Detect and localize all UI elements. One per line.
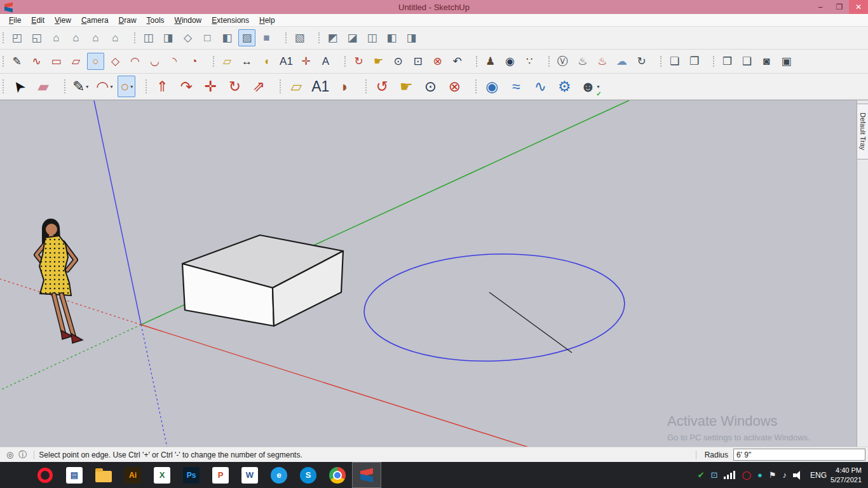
zoom-tool-icon[interactable]: ⊙ [419,76,441,97]
antivirus-status-icon[interactable]: ✔ [698,471,705,479]
vray-render-icon[interactable]: ♨ [593,53,611,70]
freehand-tool-icon[interactable]: ∿ [28,53,45,70]
arc-tool-icon[interactable]: ◠ [126,53,144,70]
viewport[interactable]: Activate Windows Go to PC settings to ac… [0,100,868,447]
sketchup-taskbar-icon[interactable] [352,462,381,488]
view-top-icon[interactable]: ◱ [28,29,45,46]
skype-icon[interactable]: S [294,462,323,488]
scale-figure[interactable] [36,219,83,343]
rotated-rectangle-tool-icon[interactable]: ▱ [67,53,85,70]
vray-frame-buffer-icon[interactable]: ❏ [666,53,683,70]
soften-edges-icon[interactable]: ≈ [505,76,527,97]
audio-device-tray-icon[interactable]: ♪ [783,471,787,479]
protractor-icon[interactable]: ◖ [258,53,275,70]
powerpoint-icon[interactable]: P [206,462,235,488]
section-display-planes-icon[interactable]: ◪ [344,29,361,46]
illustrator-icon[interactable]: Ai [118,462,147,488]
position-camera-icon[interactable]: ♟ [482,53,499,70]
3d-warehouse-icon[interactable]: ◉ [481,76,503,97]
menu-window[interactable]: Window [170,15,207,26]
model-box[interactable] [182,235,343,326]
select-tool-icon[interactable]: ➤ [8,76,30,97]
scale-tool-icon[interactable]: ⇗ [248,76,269,97]
zoom-window-icon[interactable]: ⊡ [409,53,426,70]
paint-bucket-tool-icon[interactable]: ◗ [334,76,355,97]
orbit-tool-icon[interactable]: ↺ [371,76,393,97]
view-iso-icon[interactable]: ◰ [8,29,25,46]
display-tray-icon[interactable]: ⊡ [711,471,718,479]
tape-measure-tool-icon[interactable]: ▱ [285,76,307,97]
model-scene[interactable] [0,100,857,447]
vray-batch-render-icon[interactable]: ❐ [686,53,703,70]
view-back-icon[interactable]: ⌂ [87,29,104,46]
axes-icon[interactable]: ✛ [297,53,315,70]
section-plane-icon[interactable]: ◩ [324,29,341,46]
eraser-tool-icon[interactable]: ▰ [32,76,54,97]
menu-view[interactable]: View [50,15,76,26]
section-display-outline-icon[interactable]: ◨ [403,29,420,46]
text-tool-icon[interactable]: A1 [309,76,331,97]
style-monochrome-icon[interactable]: ■ [258,29,275,46]
language-indicator[interactable]: ENG [810,471,827,479]
line-tool-icon[interactable]: ✎ [8,53,25,70]
title-bar[interactable]: Untitled - SketchUp –❐✕ [0,0,868,14]
settings-icon[interactable]: ⚙ [553,76,575,97]
zoom-extents-tool-icon[interactable]: ⊗ [444,76,465,97]
line-tool-icon[interactable]: ✎▾ [70,76,91,97]
offset-tool-icon[interactable]: ↷ [175,76,197,97]
style-wireframe-icon[interactable]: ◇ [179,29,196,46]
zoom-previous-icon[interactable]: ↶ [449,53,466,70]
style-shaded-textures-icon[interactable]: ▨ [238,29,255,46]
walk-icon[interactable]: ∵ [521,53,538,70]
measurement-input[interactable]: 6' 9" [733,449,865,461]
menu-file[interactable]: File [4,15,26,26]
arcs-tool-icon[interactable]: ◠▾ [93,76,115,97]
excel-icon[interactable]: X [147,462,177,488]
zoom-extents-icon[interactable]: ⊗ [429,53,446,70]
style-shaded-icon[interactable]: ◧ [219,29,236,46]
pan-tool-icon[interactable]: ☛ [395,76,417,97]
start-button[interactable] [1,462,31,488]
tape-measure-icon[interactable]: ▱ [219,53,236,70]
view-left-icon[interactable]: ⌂ [107,29,124,46]
style-back-edges-icon[interactable]: ◨ [159,29,177,46]
pan-icon[interactable]: ☛ [370,53,387,70]
style-xray-icon[interactable]: ◫ [140,29,157,46]
account-dropdown[interactable]: ▾ [597,84,600,90]
menu-extensions[interactable]: Extensions [207,15,254,26]
status-info-icon[interactable]: ⓘ [18,449,27,461]
lock-render-icon[interactable]: ▣ [778,53,795,70]
three-d-text-icon[interactable]: A [317,53,334,70]
default-tray-tab[interactable]: Default Tray [857,104,868,159]
arcs-tool-dropdown[interactable]: ▾ [110,84,112,90]
model-circle[interactable] [362,250,627,365]
style-hidden-line-icon[interactable]: □ [199,29,216,46]
vray-render-cloud-icon[interactable]: ☁ [613,53,630,70]
minimize-button[interactable]: – [811,0,830,14]
polygon-tool-icon[interactable]: ◇ [107,53,124,70]
vray-icon[interactable]: Ⓥ [554,53,571,70]
vray-interactive-render-icon[interactable]: ↻ [633,53,650,70]
view-front-icon[interactable]: ⌂ [48,29,65,46]
orbit-icon[interactable]: ↻ [350,53,367,70]
taskbar-clock[interactable]: 4:40 PM 5/27/2021 [831,466,862,485]
menu-edit[interactable]: Edit [26,15,50,26]
chrome-icon[interactable] [323,462,352,488]
zoom-icon[interactable]: ⊙ [390,53,407,70]
view-right-icon[interactable]: ⌂ [67,29,85,46]
section-display-fill-icon[interactable]: ◧ [383,29,400,46]
render-region-icon[interactable]: ❑ [738,53,756,70]
file-explorer-icon[interactable] [89,462,118,488]
network-signal-icon[interactable] [724,471,735,479]
menu-help[interactable]: Help [254,15,280,26]
circle-tool-icon[interactable]: ○ [87,53,104,70]
rectangle-tool-icon[interactable]: ▭ [48,53,65,70]
close-button[interactable]: ✕ [849,0,868,14]
account-icon[interactable]: ☻✓▾ [578,76,602,97]
camera-view-icon[interactable]: ◙ [758,53,775,70]
volume-tray-icon[interactable] [793,471,804,480]
photoshop-icon[interactable]: Ps [177,462,206,488]
shapes-tool-icon[interactable]: ○▾ [118,76,135,97]
menu-camera[interactable]: Camera [76,15,114,26]
messenger-tray-icon[interactable]: ● [757,471,763,479]
